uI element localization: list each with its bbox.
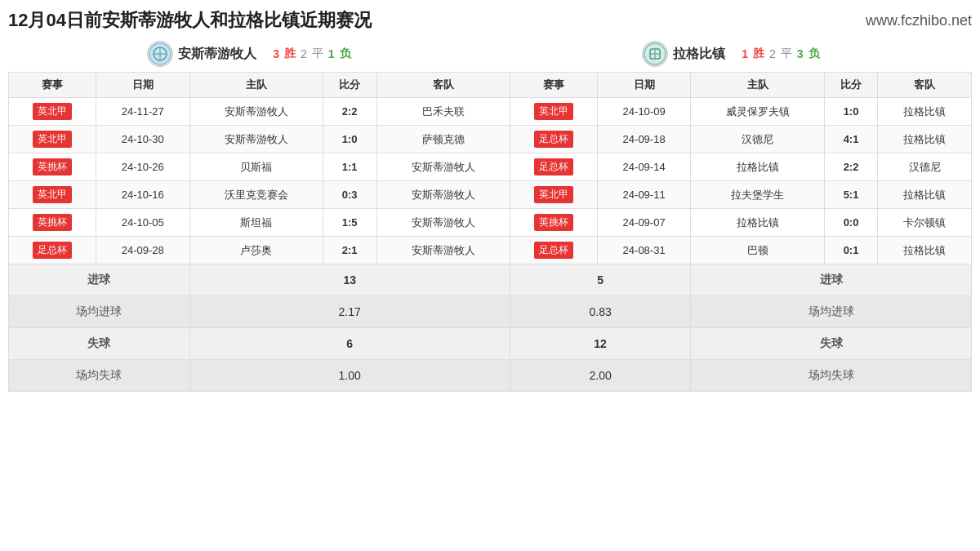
right-date: 24-09-11 — [597, 181, 691, 209]
left-score: 2:1 — [323, 237, 376, 264]
col-left-date: 日期 — [96, 73, 189, 98]
stat-avg-goals-label-right: 场均进球 — [691, 296, 972, 328]
left-date: 24-10-26 — [96, 153, 189, 181]
col-right-event: 赛事 — [510, 73, 597, 98]
stat-goals-label-left: 进球 — [9, 264, 190, 296]
table-row: 英挑杯24-10-05斯坦福1:5安斯蒂游牧人英挑杯24-09-07拉格比镇0:… — [9, 209, 972, 237]
table-header-row: 赛事 日期 主队 比分 客队 赛事 日期 主队 比分 客队 — [9, 73, 972, 98]
right-score: 4:1 — [824, 126, 878, 153]
right-date: 24-08-31 — [597, 237, 691, 264]
page-title: 12月04日前安斯蒂游牧人和拉格比镇近期赛况 — [8, 8, 372, 33]
stat-concede-label-right: 失球 — [691, 328, 972, 360]
left-away: 萨顿克德 — [376, 126, 510, 153]
left-date: 24-09-28 — [96, 237, 189, 264]
team-right-header: 拉格比镇 1胜2平3负 — [490, 41, 972, 67]
left-date: 24-11-27 — [96, 98, 189, 126]
col-left-event: 赛事 — [9, 73, 96, 98]
left-event-badge: 足总杯 — [9, 237, 96, 264]
team-right-losses: 3 — [797, 47, 804, 60]
right-score: 2:2 — [824, 153, 878, 181]
right-event-badge: 足总杯 — [510, 126, 597, 153]
stats-concede-row: 失球 6 12 失球 — [9, 328, 972, 360]
team-right-wins: 1 — [742, 47, 748, 60]
team-right-draws: 2 — [769, 47, 776, 60]
site-url: www.fczhibo.net — [866, 12, 972, 29]
col-right-home: 主队 — [691, 73, 824, 98]
header-row: 12月04日前安斯蒂游牧人和拉格比镇近期赛况 www.fczhibo.net — [8, 8, 972, 33]
stat-avg-concede-value-right: 2.00 — [510, 360, 691, 392]
right-date: 24-09-07 — [597, 209, 691, 237]
left-away: 巴禾夫联 — [376, 98, 510, 126]
right-event-badge: 足总杯 — [510, 153, 597, 181]
teams-header: 安斯蒂游牧人 3胜2平1负 拉格比镇 1胜2平3负 — [8, 41, 972, 67]
col-left-away: 客队 — [376, 73, 510, 98]
right-home: 拉夫堡学生 — [691, 181, 824, 209]
stat-goals-value-right: 5 — [510, 264, 691, 296]
col-right-date: 日期 — [597, 73, 691, 98]
table-row: 英北甲24-11-27安斯蒂游牧人2:2巴禾夫联英北甲24-10-09威灵保罗夫… — [9, 98, 972, 126]
team-left-draws: 2 — [301, 47, 307, 60]
right-event-badge: 英北甲 — [510, 181, 597, 209]
col-right-away: 客队 — [878, 73, 972, 98]
left-home: 卢莎奥 — [189, 237, 323, 264]
right-event-badge: 足总杯 — [510, 237, 597, 264]
left-home: 贝斯福 — [189, 153, 323, 181]
right-date: 24-09-18 — [597, 126, 691, 153]
left-home: 安斯蒂游牧人 — [189, 126, 323, 153]
left-event-badge: 英挑杯 — [9, 209, 96, 237]
stats-avg-goals-row: 场均进球 2.17 0.83 场均进球 — [9, 296, 972, 328]
left-home: 安斯蒂游牧人 — [189, 98, 323, 126]
stat-concede-label-left: 失球 — [9, 328, 190, 360]
stat-avg-concede-value-left: 1.00 — [189, 360, 510, 392]
stat-concede-value-right: 12 — [510, 328, 691, 360]
team-left-icon — [147, 41, 173, 67]
right-date: 24-10-09 — [597, 98, 691, 126]
right-away: 卡尔顿镇 — [878, 209, 972, 237]
right-home: 汉德尼 — [691, 126, 824, 153]
col-left-home: 主队 — [189, 73, 323, 98]
stats-avg-concede-row: 场均失球 1.00 2.00 场均失球 — [9, 360, 972, 392]
right-home: 威灵保罗夫镇 — [691, 98, 824, 126]
stat-avg-goals-value-left: 2.17 — [189, 296, 510, 328]
stat-avg-goals-label-left: 场均进球 — [9, 296, 190, 328]
right-home: 拉格比镇 — [691, 209, 824, 237]
left-score: 1:0 — [323, 126, 376, 153]
table-row: 英挑杯24-10-26贝斯福1:1安斯蒂游牧人足总杯24-09-14拉格比镇2:… — [9, 153, 972, 181]
stat-goals-label-right: 进球 — [691, 264, 972, 296]
stat-avg-goals-value-right: 0.83 — [510, 296, 691, 328]
left-home: 斯坦福 — [189, 209, 323, 237]
team-right-name: 拉格比镇 — [673, 46, 725, 63]
col-left-score: 比分 — [323, 73, 376, 98]
right-score: 1:0 — [824, 98, 878, 126]
left-date: 24-10-16 — [96, 181, 189, 209]
left-event-badge: 英北甲 — [9, 181, 96, 209]
right-event-badge: 英挑杯 — [510, 209, 597, 237]
right-date: 24-09-14 — [597, 153, 691, 181]
table-row: 足总杯24-09-28卢莎奥2:1安斯蒂游牧人足总杯24-08-31巴顿0:1拉… — [9, 237, 972, 264]
right-home: 拉格比镇 — [691, 153, 824, 181]
right-away: 汉德尼 — [878, 153, 972, 181]
left-away: 安斯蒂游牧人 — [376, 209, 510, 237]
col-right-score: 比分 — [824, 73, 878, 98]
left-event-badge: 英挑杯 — [9, 153, 96, 181]
right-score: 5:1 — [824, 181, 878, 209]
left-away: 安斯蒂游牧人 — [376, 237, 510, 264]
right-away: 拉格比镇 — [878, 181, 972, 209]
table-row: 英北甲24-10-16沃里克竞赛会0:3安斯蒂游牧人英北甲24-09-11拉夫堡… — [9, 181, 972, 209]
left-score: 1:5 — [323, 209, 376, 237]
left-event-badge: 英北甲 — [9, 126, 96, 153]
team-left-name: 安斯蒂游牧人 — [178, 46, 256, 63]
left-away: 安斯蒂游牧人 — [376, 181, 510, 209]
page-wrapper: 12月04日前安斯蒂游牧人和拉格比镇近期赛况 www.fczhibo.net 安… — [0, 0, 980, 400]
team-right-icon — [642, 41, 668, 67]
right-event-badge: 英北甲 — [510, 98, 597, 126]
left-date: 24-10-05 — [96, 209, 189, 237]
right-home: 巴顿 — [691, 237, 824, 264]
table-row: 英北甲24-10-30安斯蒂游牧人1:0萨顿克德足总杯24-09-18汉德尼4:… — [9, 126, 972, 153]
team-left-header: 安斯蒂游牧人 3胜2平1负 — [8, 41, 490, 67]
main-table: 赛事 日期 主队 比分 客队 赛事 日期 主队 比分 客队 英北甲24-11-2… — [8, 72, 972, 392]
right-score: 0:1 — [824, 237, 878, 264]
stats-goals-row: 进球 13 5 进球 — [9, 264, 972, 296]
left-home: 沃里克竞赛会 — [189, 181, 323, 209]
right-score: 0:0 — [824, 209, 878, 237]
